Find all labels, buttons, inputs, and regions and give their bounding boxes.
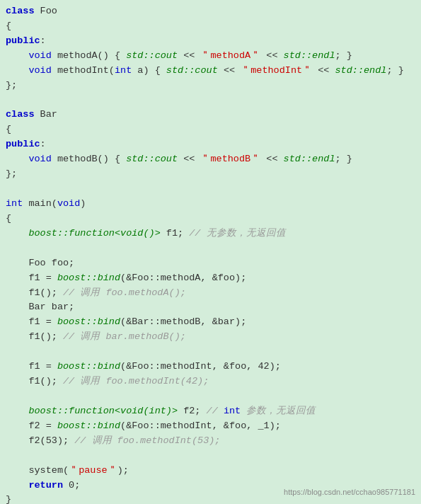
- line-25: f1 = boost::bind(&Foo::methodInt, &foo, …: [6, 360, 415, 374]
- line-32: system(＂pause＂);: [6, 464, 415, 479]
- line-19: f1 = boost::bind(&Foo::methodA, &foo);: [6, 271, 415, 286]
- line-31: [6, 449, 415, 464]
- line-2: {: [6, 19, 415, 34]
- line-15: {: [6, 212, 415, 227]
- code-container: class Foo { public: void methodA() { std…: [0, 0, 421, 504]
- line-8: class Bar: [6, 108, 415, 122]
- line-29: f2 = boost::bind(&Foo::methodInt, &foo, …: [6, 419, 415, 434]
- line-30: f2(53); // 调用 foo.methodInt(53);: [6, 434, 415, 449]
- line-28: boost::function<void(int)> f2; // int 参数…: [6, 404, 415, 419]
- line-13: [6, 182, 415, 197]
- line-26: f1(); // 调用 foo.methodInt(42);: [6, 374, 415, 389]
- line-11: void methodB() { std::cout << ＂methodB＂ …: [6, 152, 415, 167]
- line-14: int main(void): [6, 197, 415, 212]
- line-16: boost::function<void()> f1; // 无参数，无返回值: [6, 227, 415, 241]
- line-18: Foo foo;: [6, 256, 415, 271]
- line-10: public:: [6, 137, 415, 152]
- line-7: [6, 93, 415, 108]
- watermark: https://blog.csdn.net/cchao985771181: [284, 486, 415, 498]
- line-21: Bar bar;: [6, 300, 415, 315]
- line-17: [6, 241, 415, 256]
- line-12: };: [6, 167, 415, 182]
- line-24: [6, 345, 415, 360]
- line-9: {: [6, 122, 415, 137]
- line-20: f1(); // 调用 foo.methodA();: [6, 286, 415, 301]
- line-27: [6, 389, 415, 404]
- line-23: f1(); // 调用 bar.methodB();: [6, 330, 415, 345]
- line-3: public:: [6, 34, 415, 49]
- line-5: void methodInt(int a) { std::cout << ＂me…: [6, 64, 415, 79]
- line-1: class Foo: [6, 4, 415, 19]
- line-22: f1 = boost::bind(&Bar::methodB, &bar);: [6, 315, 415, 330]
- line-6: };: [6, 79, 415, 93]
- line-4: void methodA() { std::cout << ＂methodA＂ …: [6, 49, 415, 64]
